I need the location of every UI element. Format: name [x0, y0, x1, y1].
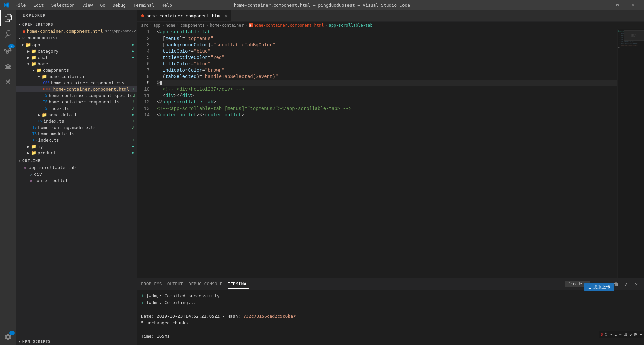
- tree-item-index[interactable]: TS index.ts U: [16, 137, 137, 143]
- tree-dot-hd: ●: [132, 113, 134, 116]
- code-line-9: >: [157, 80, 617, 86]
- tree-item-hc-html[interactable]: HTML home-container.component.html U: [16, 86, 137, 92]
- minimize-button[interactable]: ─: [594, 0, 610, 10]
- settings-activity-icon[interactable]: 1: [0, 329, 16, 345]
- element-outline-icon: ◇: [30, 172, 32, 177]
- project-tree-section[interactable]: ▾ PINGDUODUOTEST: [16, 34, 137, 42]
- tree-item-home-detail[interactable]: ▶ 📁 home-detail ●: [16, 112, 137, 118]
- code-content[interactable]: <app-scrollable-tab [menus]="topMenus" […: [154, 29, 617, 278]
- panel-tab-output[interactable]: OUTPUT: [167, 279, 183, 289]
- tree-item-hc-ts[interactable]: TS home-container.component.ts U: [16, 99, 137, 105]
- code-line-10: <!-- <div>hello1237</div> -->: [157, 86, 617, 93]
- breadcrumb-filename[interactable]: Hhome-container.component.html: [249, 23, 324, 28]
- debug-activity-icon[interactable]: [0, 58, 16, 74]
- tree-item-chat[interactable]: ▶ 📁 chat ●: [16, 54, 137, 61]
- project-root-label: PINGDUODUOTEST: [22, 36, 58, 40]
- line-num-14: 14: [137, 112, 150, 118]
- tree-item-components[interactable]: ▾ 📁 components: [16, 67, 137, 73]
- extensions-activity-icon[interactable]: [0, 74, 16, 90]
- menu-view[interactable]: View: [79, 2, 96, 8]
- tree-item-hc-spec[interactable]: TS home-container.component.spec.ts U: [16, 92, 137, 99]
- tab-close-button[interactable]: ✕: [224, 13, 227, 18]
- ts-file-icon-spec: TS: [43, 93, 47, 98]
- tree-item-app[interactable]: ▾ 📁 app ●: [16, 42, 137, 48]
- breadcrumb-home[interactable]: home: [166, 23, 175, 28]
- tree-item-my[interactable]: ▶ 📁 my ●: [16, 143, 137, 150]
- html-file-icon: ◼: [23, 29, 25, 34]
- line-num-12: 12: [137, 99, 150, 106]
- menu-terminal[interactable]: Terminal: [130, 2, 158, 8]
- breadcrumb-components[interactable]: components: [180, 23, 205, 28]
- breadcrumb-home-container[interactable]: home-container: [210, 23, 244, 28]
- breadcrumb-sep-6: ›: [325, 23, 327, 28]
- tree-item-category[interactable]: ▶ 📁 category ●: [16, 48, 137, 54]
- upload-icon: ☁: [588, 285, 591, 290]
- menu-edit[interactable]: Edit: [30, 2, 47, 8]
- tree-label-my: my: [38, 144, 43, 149]
- upload-button[interactable]: ☁ 拔服上传: [584, 283, 614, 291]
- ts-file-icon-homeindex: TS: [38, 119, 42, 123]
- tree-item-home-index[interactable]: TS index.ts U: [16, 118, 137, 124]
- npm-scripts-section[interactable]: ▶ NPM SCRIPTS: [16, 338, 137, 345]
- explorer-icon[interactable]: [0, 10, 16, 26]
- code-editor[interactable]: 1 2 3 4 5 6 7 8 9 10 11 12 13 14: [137, 29, 617, 278]
- tree-item-hc-css[interactable]: CSS home-container.component.css: [16, 80, 137, 86]
- outline-label-app-scrollable-tab: app-scrollable-tab: [29, 165, 76, 170]
- minimap[interactable]: ▌app-scrollable-tab ▌[menus]="topMenus" …: [617, 29, 644, 278]
- outline-item-router-outlet[interactable]: ◈ router-outlet: [16, 177, 137, 184]
- terminal-content[interactable]: i [wdm]: Compiled successfully. i [wdm]:…: [137, 290, 644, 345]
- tree-item-product[interactable]: ▶ 📁 product ●: [16, 150, 137, 156]
- open-editor-item[interactable]: ◼ home-container.component.html src\app\…: [16, 28, 137, 34]
- wdm-icon-1: i: [141, 293, 144, 298]
- menu-debug[interactable]: Debug: [109, 2, 129, 8]
- code-line-14: <router-outlet></router-outlet>: [157, 112, 617, 118]
- tree-item-home-container[interactable]: ▾ 📁 home-container: [16, 73, 137, 80]
- source-control-activity-icon[interactable]: 86: [0, 42, 16, 58]
- open-editors-chevron: ▾: [19, 23, 21, 26]
- folder-closed-icon-hd: ▶: [38, 112, 40, 117]
- terminal-line-chunks: 5 unchanged chunks: [141, 320, 640, 326]
- tree-item-homemodule[interactable]: TS home.module.ts: [16, 131, 137, 137]
- outline-item-div[interactable]: ◇ div: [16, 171, 137, 177]
- ts-file-icon-homemodule: TS: [32, 132, 37, 136]
- tree-label-home-index: index.ts: [43, 119, 64, 124]
- tree-item-home[interactable]: ▾ 📁 home: [16, 61, 137, 67]
- tree-item-hc-index[interactable]: TS index.ts U: [16, 105, 137, 112]
- panel-maximize-btn[interactable]: ∧: [623, 280, 630, 288]
- upload-label: 拔服上传: [593, 284, 610, 290]
- folder-icon-my: 📁: [31, 144, 36, 149]
- menu-go[interactable]: Go: [97, 2, 109, 8]
- terminal-line-2: i [wdm]: Compiling...: [141, 299, 640, 306]
- tree-label-home-detail: home-detail: [48, 112, 77, 117]
- folder-icon-hc: 📁: [42, 74, 47, 79]
- maximize-button[interactable]: ◻: [610, 0, 625, 10]
- tree-item-routing[interactable]: TS home-routing.module.ts U: [16, 124, 137, 131]
- breadcrumb-app[interactable]: app: [153, 23, 161, 28]
- panel-tab-problems[interactable]: PROBLEMS: [141, 279, 162, 289]
- tree-modified-routing: U: [131, 125, 134, 130]
- search-activity-icon[interactable]: [0, 26, 16, 42]
- close-button[interactable]: ✕: [625, 0, 641, 10]
- editor-tab-active[interactable]: ⬟ home-container.component.html ✕: [137, 10, 231, 21]
- line-num-7: 7: [137, 67, 150, 74]
- terminal-time-value: 165: [157, 334, 164, 339]
- open-editors-section[interactable]: ▾ Open Editors: [16, 21, 137, 28]
- panel-close-btn[interactable]: ✕: [633, 280, 640, 288]
- folder-icon: 📁: [25, 42, 31, 47]
- panel-tab-debug-console[interactable]: DEBUG CONSOLE: [189, 279, 223, 289]
- vscode-logo: [3, 2, 9, 8]
- line-num-6: 6: [137, 61, 150, 67]
- window-controls: ─ ◻ ✕: [594, 0, 641, 10]
- menu-file[interactable]: File: [12, 2, 29, 8]
- terminal-line-date: Date: 2019-10-23T14:52:22.852Z - Hash: 7…: [141, 313, 640, 320]
- breadcrumb-src[interactable]: src: [141, 23, 148, 28]
- outline-section[interactable]: ▾ OUTLINE: [16, 157, 137, 164]
- outline-item-app-scrollable-tab[interactable]: ◈ app-scrollable-tab: [16, 164, 137, 171]
- menu-help[interactable]: Help: [158, 2, 175, 8]
- breadcrumb-sep-2: ›: [162, 23, 164, 28]
- system-tray: S 英 ✦ ☁ ⌨ 田 ✪ 图 ≡: [599, 331, 644, 338]
- folder-open-icon-components: ▾: [32, 68, 35, 73]
- menu-selection[interactable]: Selection: [48, 2, 78, 8]
- panel-tab-terminal[interactable]: TERMINAL: [228, 279, 249, 289]
- breadcrumb-symbol[interactable]: app-scrollable-tab: [329, 23, 373, 28]
